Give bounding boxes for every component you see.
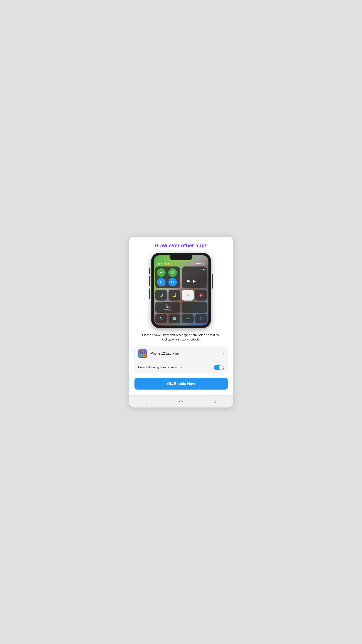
svg-rect-4 — [161, 295, 161, 296]
battery-percent: 50% — [198, 263, 202, 265]
status-right: ⏰ ↑ ✱ 50% 🔋 — [192, 263, 205, 265]
dialog-body: Draw over other apps ▐▌ AT&T 📶 — [129, 237, 233, 396]
notch — [170, 255, 192, 260]
battery-icon: 🔋 — [203, 263, 205, 265]
do-not-disturb-btn[interactable]: 🌙 — [169, 290, 180, 300]
iphone-screen: ▐▌ AT&T 📶 ⏰ ↑ ✱ 50% 🔋 — [154, 255, 208, 326]
status-left: ▐▌ AT&T 📶 — [157, 262, 170, 265]
bluetooth-btn[interactable]: B — [168, 278, 177, 286]
brightness-btn[interactable]: ☀ — [182, 290, 194, 300]
placeholder-right — [182, 302, 207, 313]
app-icon: 📱 📱 📱 📱 — [138, 349, 147, 358]
side-button-vol-up — [149, 276, 150, 286]
svg-rect-5 — [166, 304, 169, 306]
description-text: Please enable Draw over other apps permi… — [134, 333, 228, 342]
forward-btn[interactable]: ⏭ — [198, 280, 201, 283]
wifi-btn[interactable] — [157, 278, 166, 286]
app-icon-cell4: 📱 — [143, 354, 146, 357]
settings-card: 📱 📱 📱 📱 iPhone 12 Launcher › Permit draw… — [134, 346, 228, 374]
flashlight-btn[interactable]: 🔦 — [155, 314, 167, 323]
side-button-vol-down — [149, 288, 150, 299]
svg-point-1 — [161, 283, 162, 284]
dialog-title: Draw over other apps — [154, 242, 207, 248]
wifi-status-icon: 📶 — [167, 262, 170, 265]
screen-mirror-label: ScreenMirroring — [164, 307, 171, 311]
app-icon-cell2: 📱 — [143, 350, 146, 354]
bottom-nav-bar — [129, 396, 233, 408]
control-center-row1: ✈ — [155, 266, 207, 288]
media-wifi-icon — [184, 268, 205, 272]
svg-rect-6 — [145, 400, 148, 403]
app-icon-cell1: 📱 — [139, 350, 142, 354]
back-button[interactable] — [213, 398, 218, 404]
app-name-label: iPhone 12 Launcher — [150, 352, 223, 356]
screen-content: ▐▌ AT&T 📶 ⏰ ↑ ✱ 50% 🔋 — [154, 255, 208, 326]
enable-now-button[interactable]: Ok, Enable Now — [134, 378, 228, 390]
svg-point-0 — [172, 272, 173, 274]
rewind-btn[interactable]: ⏮ — [187, 280, 190, 283]
dialog-container: Draw over other apps ▐▌ AT&T 📶 — [129, 237, 233, 408]
side-button-silent — [149, 268, 150, 274]
side-button-power — [212, 274, 213, 288]
volume-btn[interactable]: 🔇 — [195, 290, 207, 300]
media-controls: ⏮ ▶ ⏭ — [184, 276, 205, 286]
location-icon: ↑ — [195, 263, 196, 265]
alarm-icon: ⏰ — [192, 263, 194, 265]
recent-apps-button[interactable] — [144, 398, 149, 404]
voice-memo-btn[interactable]: 🎵 — [195, 314, 207, 323]
camera-btn[interactable]: 📷 — [182, 314, 194, 323]
iphone-mockup: ▐▌ AT&T 📶 ⏰ ↑ ✱ 50% 🔋 — [151, 253, 211, 328]
svg-point-7 — [179, 400, 182, 403]
status-bar: ▐▌ AT&T 📶 ⏰ ↑ ✱ 50% 🔋 — [155, 262, 207, 266]
toggle-knob — [219, 365, 224, 370]
draw-over-apps-toggle[interactable] — [214, 364, 224, 370]
screen-mirror-btn[interactable]: ScreenMirroring — [155, 302, 180, 313]
toggle-label: Permit drawing over other apps — [138, 366, 182, 369]
control-center-row2: 🌙 ☀ 🔇 — [155, 290, 207, 300]
play-btn[interactable]: ▶ — [193, 279, 196, 284]
svg-point-2 — [203, 271, 203, 271]
connectivity-grid: ✈ — [157, 268, 179, 286]
chevron-icon: › — [223, 352, 224, 356]
control-center-row4: 🔦 🔢 📷 🎵 — [155, 314, 207, 323]
home-button[interactable] — [178, 398, 184, 404]
airplane-mode-btn[interactable]: ✈ — [157, 268, 166, 277]
connectivity-card: ✈ — [155, 266, 180, 288]
control-center-row3: ScreenMirroring — [155, 302, 207, 313]
signal-bars: ▐▌ — [157, 262, 160, 265]
app-row[interactable]: 📱 📱 📱 📱 iPhone 12 Launcher › — [134, 346, 228, 361]
media-card: ⏮ ▶ ⏭ — [182, 266, 207, 288]
toggle-row: Permit drawing over other apps — [134, 361, 228, 374]
calculator-btn[interactable]: 🔢 — [169, 314, 180, 323]
app-icon-cell3: 📱 — [139, 354, 142, 357]
hotspot-btn[interactable] — [168, 268, 177, 277]
carrier-name: AT&T — [161, 262, 166, 265]
rotation-lock-btn[interactable] — [155, 290, 167, 300]
bluetooth-icon: ✱ — [196, 263, 198, 265]
